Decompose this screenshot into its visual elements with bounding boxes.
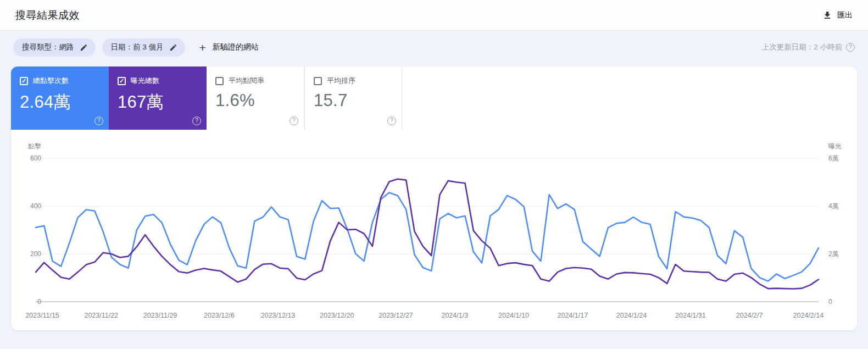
svg-text:2024/2/7: 2024/2/7 [736, 312, 763, 319]
metric-card-average-ctr[interactable]: 平均點閱率 1.6% ? [207, 67, 304, 130]
export-label: 匯出 [837, 10, 853, 20]
metric-value: 167萬 [118, 91, 198, 114]
pencil-icon [80, 43, 88, 52]
new-filter-label: 新驗證的網站 [213, 42, 259, 52]
metric-card-average-position[interactable]: 平均排序 15.7 ? [304, 67, 402, 130]
svg-text:2024/2/14: 2024/2/14 [793, 312, 824, 319]
svg-text:2萬: 2萬 [828, 250, 839, 258]
metric-label: 曝光總數 [131, 76, 159, 86]
svg-text:2023/11/29: 2023/11/29 [143, 312, 177, 319]
pencil-icon [169, 43, 177, 52]
help-icon[interactable]: ? [387, 117, 396, 125]
help-icon[interactable]: ? [192, 117, 201, 125]
svg-text:2024/1/3: 2024/1/3 [441, 312, 468, 319]
filter-row: 搜尋類型：網路 日期：前 3 個月 + 新驗證的網站 上次更新日期：2 小時前 … [0, 31, 868, 64]
svg-text:2023/11/15: 2023/11/15 [25, 312, 59, 319]
page-title: 搜尋結果成效 [15, 8, 80, 23]
search-type-chip[interactable]: 搜尋類型：網路 [13, 38, 96, 57]
checkbox-unchecked-icon[interactable] [215, 77, 224, 85]
checkbox-unchecked-icon[interactable] [314, 77, 322, 85]
svg-text:2023/11/22: 2023/11/22 [84, 312, 118, 319]
svg-text:400: 400 [30, 202, 41, 210]
metric-card-total-clicks[interactable]: ✓ 總點擊次數 2.64萬 ? [11, 67, 109, 130]
svg-text:4萬: 4萬 [828, 202, 839, 210]
svg-text:2024/1/10: 2024/1/10 [498, 312, 529, 319]
help-icon[interactable]: ? [94, 117, 103, 125]
date-range-chip[interactable]: 日期：前 3 個月 [102, 38, 185, 57]
help-icon[interactable]: ? [290, 117, 298, 125]
search-type-chip-label: 搜尋類型：網路 [22, 42, 74, 52]
top-bar: 搜尋結果成效 匯出 [0, 0, 868, 31]
last-updated-text: 上次更新日期：2 小時前 [762, 42, 842, 52]
svg-text:2024/1/31: 2024/1/31 [675, 312, 706, 319]
svg-text:曝光: 曝光 [828, 142, 842, 150]
svg-text:2023/12/13: 2023/12/13 [261, 312, 296, 319]
svg-text:2023/12/27: 2023/12/27 [379, 312, 413, 319]
metric-label: 總點擊次數 [33, 76, 69, 86]
svg-text:600: 600 [30, 154, 41, 162]
checkbox-checked-icon[interactable]: ✓ [20, 77, 28, 85]
download-icon [822, 10, 832, 20]
svg-text:2023/12/20: 2023/12/20 [320, 312, 354, 319]
svg-text:200: 200 [30, 250, 41, 258]
plus-icon: + [199, 42, 206, 53]
svg-text:點擊: 點擊 [28, 142, 41, 150]
export-button[interactable]: 匯出 [822, 10, 853, 20]
metric-row: ✓ 總點擊次數 2.64萬 ? ✓ 曝光總數 167萬 ? 平均點閱率 1.6%… [11, 67, 857, 130]
performance-card: ✓ 總點擊次數 2.64萬 ? ✓ 曝光總數 167萬 ? 平均點閱率 1.6%… [11, 67, 857, 330]
date-range-chip-label: 日期：前 3 個月 [111, 42, 164, 52]
checkbox-checked-icon[interactable]: ✓ [118, 77, 126, 85]
svg-text:2024/1/24: 2024/1/24 [616, 312, 647, 319]
metric-value: 1.6% [215, 91, 295, 110]
new-filter-button[interactable]: + 新驗證的網站 [199, 42, 259, 53]
svg-text:2024/1/17: 2024/1/17 [558, 312, 588, 319]
svg-text:2023/12/6: 2023/12/6 [204, 312, 235, 319]
help-icon[interactable]: ? [846, 43, 855, 52]
metric-label: 平均排序 [327, 76, 355, 86]
metric-value: 15.7 [314, 91, 393, 110]
metric-card-total-impressions[interactable]: ✓ 曝光總數 167萬 ? [109, 67, 207, 130]
svg-text:6萬: 6萬 [828, 154, 839, 162]
svg-text:0: 0 [828, 298, 832, 306]
metric-label: 平均點閱率 [229, 76, 264, 86]
last-updated: 上次更新日期：2 小時前 ? [762, 42, 855, 52]
performance-chart[interactable]: 點擊曝光60040020006萬4萬2萬02023/11/152023/11/2… [11, 130, 857, 330]
metric-value: 2.64萬 [20, 91, 100, 114]
svg-text:0: 0 [37, 298, 41, 306]
clicks-impressions-line-chart[interactable]: 點擊曝光60040020006萬4萬2萬02023/11/152023/11/2… [11, 133, 857, 330]
